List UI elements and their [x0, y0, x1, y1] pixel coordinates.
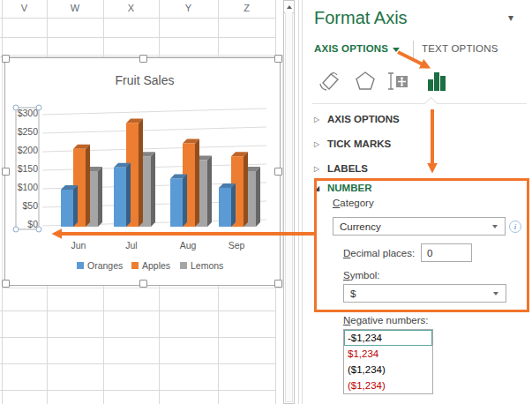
- grid-line: [0, 18, 275, 19]
- tab-text-options[interactable]: TEXT OPTIONS: [422, 43, 498, 54]
- negative-numbers-listbox[interactable]: -$1,234$1,234($1,234)($1,234): [343, 329, 433, 394]
- section-axis-options[interactable]: ▷ AXIS OPTIONS: [314, 112, 400, 126]
- negative-format-option[interactable]: $1,234: [344, 346, 432, 362]
- chart-title: Fruit Sales: [116, 73, 175, 87]
- category-label: Category: [333, 198, 374, 208]
- category-value: Currency: [340, 221, 381, 232]
- chart-resize-handle[interactable]: [2, 55, 10, 63]
- fruit-sales-chart[interactable]: Fruit Sales$0$50$100$150$200$250$300JunJ…: [4, 57, 281, 286]
- decimal-places-label: Decimal places:: [343, 248, 415, 258]
- tab-axis-options[interactable]: AXIS OPTIONS: [314, 43, 388, 54]
- axis-selection-handle[interactable]: [13, 105, 19, 110]
- column-header-Y[interactable]: Y: [171, 3, 206, 13]
- info-icon[interactable]: i: [509, 221, 521, 233]
- symbol-value: $: [350, 288, 356, 299]
- column-header-X[interactable]: X: [114, 3, 149, 13]
- svg-text:Lemons: Lemons: [191, 260, 223, 271]
- dropdown-arrow-icon: [493, 292, 498, 296]
- axis-selection-handle[interactable]: [36, 105, 41, 110]
- section-label: NUMBER: [327, 183, 371, 193]
- chevron-down-icon[interactable]: [393, 48, 400, 52]
- scrollbar-thumb[interactable]: [285, 12, 293, 402]
- negative-format-option[interactable]: ($1,234): [344, 362, 432, 378]
- chart-resize-handle[interactable]: [274, 168, 282, 176]
- section-label: LABELS: [327, 163, 368, 174]
- expanded-triangle-icon: ◢: [314, 184, 327, 192]
- pane-border: [298, 0, 299, 404]
- chart-resize-handle[interactable]: [2, 280, 10, 288]
- section-label: TICK MARKS: [327, 138, 391, 149]
- fill-line-icon[interactable]: [315, 70, 343, 93]
- axis-selection-handle[interactable]: [13, 227, 19, 232]
- x-tick-label: Jul: [125, 240, 137, 251]
- chart-resize-handle[interactable]: [274, 280, 282, 288]
- section-label: AXIS OPTIONS: [327, 114, 400, 124]
- category-dropdown[interactable]: Currency: [333, 217, 506, 236]
- pane-border: [302, 0, 303, 404]
- pane-separator: [312, 103, 527, 104]
- legend-item-Apples[interactable]: Apples: [131, 260, 170, 271]
- gridline: [42, 127, 266, 133]
- svg-text:Apples: Apples: [142, 260, 170, 271]
- symbol-label: Symbol:: [343, 270, 380, 281]
- bar-Oranges-Jun[interactable]: [61, 185, 78, 227]
- y-tick-label: $200: [18, 145, 39, 155]
- chart-resize-handle[interactable]: [274, 55, 282, 63]
- bar-Oranges-Jul[interactable]: [114, 163, 131, 227]
- y-tick-label: $50: [22, 200, 38, 211]
- legend-item-Lemons[interactable]: Lemons: [180, 260, 223, 271]
- chart-resize-handle[interactable]: [139, 280, 147, 288]
- symbol-dropdown[interactable]: $: [343, 284, 506, 303]
- column-header-V[interactable]: V: [7, 3, 42, 13]
- x-tick-label: Sep: [229, 240, 245, 251]
- scroll-up-button[interactable]: [284, 1, 294, 13]
- grid-line: [0, 37, 275, 38]
- decimal-places-input[interactable]: [421, 243, 472, 262]
- x-tick-label: Aug: [180, 240, 197, 251]
- column-header-Z[interactable]: Z: [229, 3, 265, 13]
- negative-numbers-label: Negative numbers:: [343, 315, 429, 325]
- tab-divider: [413, 41, 414, 59]
- chart-resize-handle[interactable]: [139, 55, 147, 63]
- collapsed-triangle-icon: ▷: [314, 165, 327, 173]
- size-properties-icon[interactable]: [384, 70, 412, 93]
- section-labels[interactable]: ▷ LABELS: [314, 161, 368, 176]
- pane-title: Format Axis: [314, 8, 408, 28]
- effects-icon[interactable]: [351, 70, 379, 93]
- column-header-W[interactable]: W: [57, 3, 93, 13]
- sheet-scrollbar[interactable]: [283, 0, 295, 404]
- y-tick-label: $100: [18, 182, 39, 192]
- x-tick-label: Jun: [71, 240, 86, 251]
- dropdown-arrow-icon: [492, 225, 498, 228]
- negative-format-option[interactable]: ($1,234): [344, 378, 432, 393]
- scroll-up-icon: [287, 5, 292, 9]
- section-number[interactable]: ◢ NUMBER: [314, 181, 371, 195]
- collapsed-triangle-icon: ▷: [314, 116, 327, 123]
- chart-resize-handle[interactable]: [2, 168, 10, 176]
- chart-canvas: Fruit Sales$0$50$100$150$200$250$300JunJ…: [5, 58, 280, 285]
- bar-Oranges-Sep[interactable]: [219, 183, 236, 227]
- negative-format-option[interactable]: -$1,234: [344, 330, 432, 346]
- y-tick-label: $300: [18, 108, 39, 118]
- axis-selection-handle[interactable]: [36, 227, 41, 232]
- gridline: [42, 108, 266, 115]
- grid-line: [0, 337, 275, 338]
- svg-text:Oranges: Oranges: [87, 260, 123, 271]
- y-tick-label: $150: [18, 163, 39, 174]
- chart-columns-icon[interactable]: [423, 70, 451, 93]
- grid-line: [0, 310, 275, 311]
- pane-menu-icon[interactable]: ▾: [508, 11, 513, 24]
- grid-line: [0, 390, 275, 391]
- section-tick-marks[interactable]: ▷ TICK MARKS: [314, 137, 391, 151]
- y-tick-label: $250: [18, 126, 39, 137]
- excel-window: VWXYZ Fruit Sales$0$50$100$150$200$250$3…: [0, 0, 532, 404]
- selected-tab-notch: [424, 97, 438, 111]
- grid-line: [0, 363, 275, 364]
- bar-Oranges-Aug[interactable]: [170, 174, 187, 227]
- legend-item-Oranges[interactable]: Oranges: [77, 260, 123, 271]
- collapsed-triangle-icon: ▷: [314, 140, 327, 148]
